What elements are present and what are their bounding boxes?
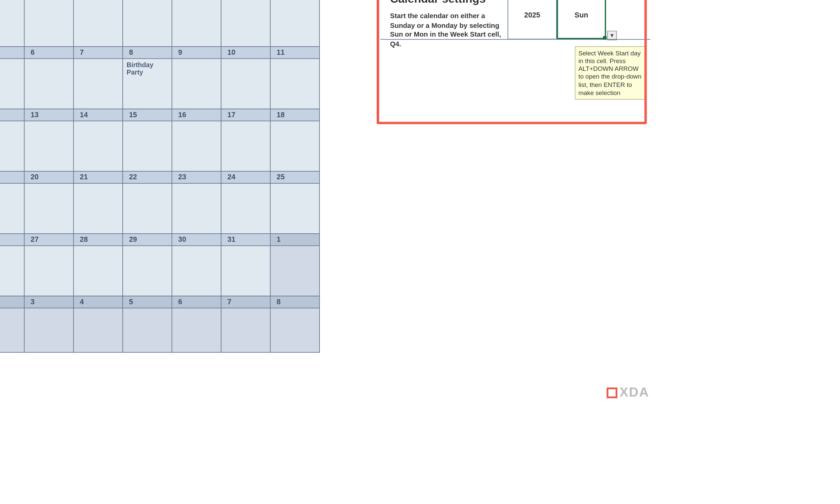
calendar-day-body[interactable] <box>123 308 172 352</box>
calendar-day-body[interactable] <box>0 121 24 171</box>
calendar-day-body[interactable] <box>123 121 172 171</box>
calendar-day-number[interactable]: 10 <box>221 46 270 58</box>
calendar-grid[interactable]: 567891011Birthday Party12131415161718192… <box>0 0 320 352</box>
watermark: XDA <box>607 384 649 400</box>
calendar-day-body[interactable] <box>24 246 73 296</box>
calendar-day-number[interactable]: 13 <box>24 109 73 121</box>
calendar-day-body[interactable] <box>221 308 270 352</box>
calendar-day-body[interactable] <box>0 183 24 233</box>
calendar-day-body[interactable] <box>270 183 319 233</box>
calendar-day-body[interactable] <box>221 246 270 296</box>
calendar-day-number[interactable]: 4 <box>74 296 123 308</box>
calendar-day-body[interactable] <box>270 308 319 352</box>
calendar-day-number[interactable]: 19 <box>0 171 24 183</box>
calendar-day-number[interactable]: 23 <box>172 171 221 183</box>
calendar-day-body[interactable] <box>24 58 73 109</box>
calendar-day-body[interactable] <box>24 183 73 233</box>
calendar-day-body[interactable] <box>172 183 221 233</box>
calendar-day-number[interactable]: 28 <box>74 233 123 246</box>
calendar-day-number[interactable]: 31 <box>221 233 270 246</box>
calendar-day-body[interactable] <box>221 58 270 109</box>
calendar-day-number[interactable]: 27 <box>24 233 73 246</box>
calendar-day-number[interactable]: 7 <box>74 46 123 58</box>
settings-title: Calendar settings <box>390 0 486 5</box>
calendar-day-body[interactable] <box>270 58 319 109</box>
calendar-day-number[interactable]: 11 <box>270 46 319 58</box>
calendar-day-body[interactable] <box>74 308 123 352</box>
calendar-day-number[interactable]: 2 <box>0 296 24 308</box>
spreadsheet-grid[interactable]: ABCDEFGHIJKLMNOPQR 45678910111213141516 … <box>0 0 655 403</box>
calendar-day-number[interactable]: 25 <box>270 171 319 183</box>
calendar-day-number[interactable]: 12 <box>0 109 24 121</box>
sheet-area[interactable]: 2025 JANUARY < DECEMBER > FEBRUARY 56789… <box>0 0 655 403</box>
calendar-day-number[interactable]: 6 <box>24 46 73 58</box>
settings-body: Start the calendar on either a Sunday or… <box>390 12 504 49</box>
calendar-day-body[interactable] <box>172 246 221 296</box>
weekstart-cell[interactable]: Sun <box>557 0 606 39</box>
calendar-day-body[interactable] <box>123 183 172 233</box>
calendar-day-body[interactable] <box>74 58 123 109</box>
calendar-day-body[interactable] <box>74 246 123 296</box>
calendar-day-number[interactable]: 3 <box>24 296 73 308</box>
cell-tooltip: Select Week Start day in this cell. Pres… <box>575 46 646 100</box>
calendar-day-body[interactable] <box>0 308 24 352</box>
calendar-day-body[interactable] <box>24 121 73 171</box>
settings-year-cell[interactable]: 2025 <box>508 0 557 39</box>
calendar-day-number[interactable]: 7 <box>221 296 270 308</box>
calendar-day-body[interactable] <box>172 58 221 109</box>
calendar-day-body[interactable] <box>0 58 24 109</box>
calendar-day-number[interactable]: 21 <box>74 171 123 183</box>
calendar-day-body[interactable] <box>0 246 24 296</box>
calendar-day-number[interactable]: 17 <box>221 109 270 121</box>
calendar-day-number[interactable]: 5 <box>123 296 172 308</box>
calendar-day-number[interactable]: 8 <box>270 296 319 308</box>
calendar-day-body[interactable]: Birthday Party <box>123 58 172 109</box>
calendar-day-number[interactable]: 22 <box>123 171 172 183</box>
calendar-day-body[interactable] <box>24 308 73 352</box>
calendar-day-body[interactable] <box>270 246 319 296</box>
calendar-day-number[interactable]: 18 <box>270 109 319 121</box>
calendar-day-body[interactable] <box>74 121 123 171</box>
calendar-day-number[interactable]: 26 <box>0 233 24 246</box>
calendar-day-number[interactable]: 24 <box>221 171 270 183</box>
calendar-day-number[interactable]: 14 <box>74 109 123 121</box>
calendar-day-body[interactable] <box>221 121 270 171</box>
calendar-day-number[interactable]: 9 <box>172 46 221 58</box>
calendar-day-number[interactable]: 29 <box>123 233 172 246</box>
calendar-day-body[interactable] <box>123 246 172 296</box>
calendar-day-number[interactable]: 15 <box>123 109 172 121</box>
calendar-day-body[interactable] <box>270 121 319 171</box>
calendar-day-body[interactable] <box>172 308 221 352</box>
calendar-day-number[interactable]: 30 <box>172 233 221 246</box>
calendar-day-number[interactable]: 5 <box>0 46 24 58</box>
calendar-day-number[interactable]: 6 <box>172 296 221 308</box>
calendar-day-body[interactable] <box>172 121 221 171</box>
calendar-day-number[interactable]: 8 <box>123 46 172 58</box>
calendar-day-body[interactable] <box>221 183 270 233</box>
calendar-day-body[interactable] <box>74 183 123 233</box>
calendar-day-number[interactable]: 20 <box>24 171 73 183</box>
calendar-day-number[interactable]: 1 <box>270 233 319 246</box>
calendar-day-number[interactable]: 16 <box>172 109 221 121</box>
